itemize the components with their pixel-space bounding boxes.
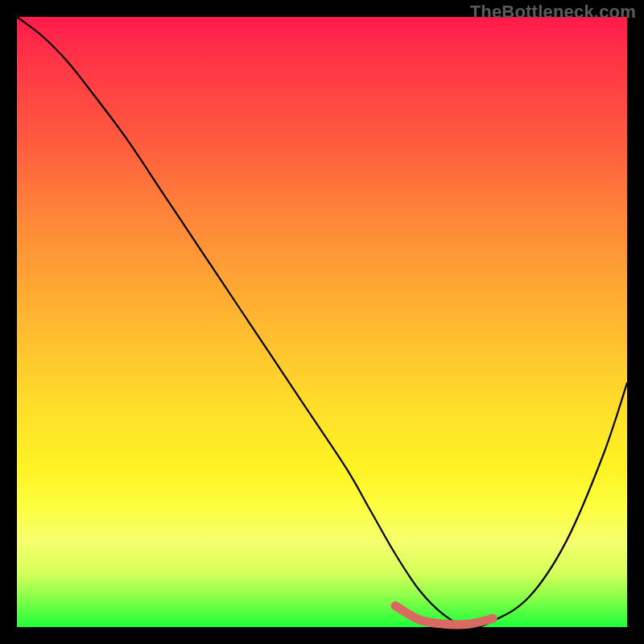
bottleneck-curve-line — [17, 17, 627, 627]
watermark-text: TheBottleneck.com — [470, 2, 636, 23]
chart-svg — [17, 17, 627, 627]
chart-frame: TheBottleneck.com — [0, 0, 644, 644]
plot-area — [17, 17, 627, 627]
